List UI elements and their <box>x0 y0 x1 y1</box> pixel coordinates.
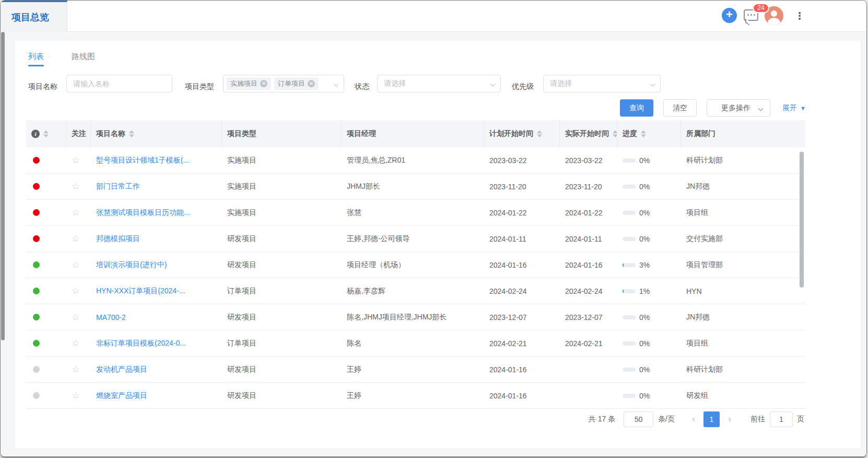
progress-label: 1% <box>639 287 650 295</box>
table-row: ☆培训演示项目(进行中)研发项目项目经理（机场）2024-01-162024-0… <box>26 252 805 278</box>
project-name-link[interactable]: 张慧测试项目模板日历功能... <box>96 208 190 217</box>
status-cell <box>26 330 66 356</box>
progress-label: 0% <box>639 365 650 374</box>
project-name-link[interactable]: 部门日常工作 <box>96 182 140 191</box>
status-dot <box>33 261 40 268</box>
star-icon[interactable]: ☆ <box>72 156 79 165</box>
star-icon[interactable]: ☆ <box>72 287 79 295</box>
actual-start-cell: 2023-12-07 <box>560 304 617 330</box>
project-name-input[interactable] <box>66 75 172 93</box>
project-name-cell: 发动机产品项目 <box>91 357 222 382</box>
project-type-cell: 研发项目 <box>222 383 342 408</box>
project-name-link[interactable]: 非标订单项目模板(2024-0... <box>96 339 186 348</box>
project-name-link[interactable]: HYN-XXX订单项目(2024-... <box>96 287 185 296</box>
department-cell: 项目组 <box>681 200 805 225</box>
expand-link[interactable]: 展开 ▼ <box>782 104 806 113</box>
star-icon[interactable]: ☆ <box>72 234 79 243</box>
type-tag-2: 订单项目 ✕ <box>274 77 319 90</box>
follow-cell: ☆ <box>66 200 91 225</box>
table-scrollbar[interactable] <box>800 152 804 288</box>
search-button[interactable]: 查询 <box>620 99 653 117</box>
progress-bar <box>623 289 636 293</box>
plan-start-cell: 2024-02-21 <box>484 330 560 356</box>
sort-control[interactable] <box>129 130 134 138</box>
next-page-button[interactable]: › <box>722 411 737 427</box>
sort-control[interactable] <box>613 130 617 138</box>
project-name-link[interactable]: 型号项目设计领域1子模板(... <box>96 156 189 165</box>
progress-cell: 3% <box>617 252 681 278</box>
star-icon[interactable]: ☆ <box>72 313 79 322</box>
window-tab-project-overview[interactable]: 项目总览 <box>1 1 67 32</box>
department-cell: 科研计划部 <box>681 147 805 173</box>
project-name-link[interactable]: 培训演示项目(进行中) <box>96 260 167 270</box>
page-scrollbar[interactable] <box>1 32 5 340</box>
star-icon[interactable]: ☆ <box>72 339 79 348</box>
project-name-link[interactable]: 邦德模拟项目 <box>96 234 140 244</box>
progress-label: 0% <box>639 339 650 348</box>
project-name-cell: 邦德模拟项目 <box>91 226 222 251</box>
sort-control[interactable] <box>641 130 646 138</box>
follow-cell: ☆ <box>66 278 91 304</box>
plan-start-cell: 2024-01-16 <box>484 383 560 408</box>
progress-cell: 0% <box>617 147 681 173</box>
progress-label: 0% <box>639 156 650 165</box>
progress-cell: 0% <box>617 357 681 382</box>
more-actions-button[interactable]: 更多操作 <box>707 99 770 117</box>
actual-start-cell: 2024-02-24 <box>560 278 617 304</box>
plan-start-cell: 2023-03-22 <box>484 147 560 173</box>
actual-start-cell: 2023-03-22 <box>560 147 617 173</box>
status-cell <box>26 304 66 330</box>
clear-button[interactable]: 清空 <box>663 99 697 117</box>
table-body: ☆型号项目设计领域1子模板(...实施项目管理员,焦总,ZR012023-03-… <box>26 147 805 409</box>
tab-list[interactable]: 列表 <box>28 52 44 62</box>
priority-label: 优先级 <box>512 78 534 95</box>
star-icon[interactable]: ☆ <box>72 208 79 217</box>
add-button[interactable]: + <box>722 8 737 23</box>
project-type-select[interactable]: 实施项目 ✕ 订单项目 ✕ <box>223 75 344 93</box>
actual-start-cell <box>560 383 617 408</box>
status-select[interactable]: 请选择 <box>377 75 501 93</box>
project-name-link[interactable]: MA700-2 <box>96 313 126 322</box>
actual-start-cell: 2024-02-21 <box>560 330 617 356</box>
project-name-link[interactable]: 发动机产品项目 <box>96 365 147 374</box>
manager-cell: JHMJ部长 <box>342 174 484 199</box>
project-type-cell: 订单项目 <box>222 330 342 356</box>
project-name-link[interactable]: 燃烧室产品项目 <box>96 391 147 400</box>
project-type-cell: 实施项目 <box>222 147 342 173</box>
prev-page-button[interactable]: ‹ <box>686 411 701 427</box>
star-icon[interactable]: ☆ <box>72 260 79 269</box>
priority-select[interactable]: 请选择 <box>543 75 661 93</box>
page-size-input[interactable] <box>624 411 653 427</box>
star-icon[interactable]: ☆ <box>72 365 79 374</box>
more-menu-icon[interactable]: ⋮ <box>794 10 805 24</box>
progress-label: 0% <box>639 209 650 217</box>
sort-control[interactable] <box>43 130 49 138</box>
header-plan-start: 计划开始时间 <box>484 120 560 147</box>
page: 列表 路线图 项目名称 项目类型 实施项目 ✕ 订单项目 ✕ 状态 请选择 <box>1 32 866 456</box>
table-row: ☆非标订单项目模板(2024-0...订单项目陈名2024-02-212024-… <box>26 330 805 357</box>
status-dot <box>33 157 40 164</box>
progress-bar <box>623 211 636 215</box>
goto-page-input[interactable] <box>770 411 793 427</box>
tag-close-icon[interactable]: ✕ <box>260 80 267 87</box>
manager-cell: 王婷,邦德-公司领导 <box>342 226 484 251</box>
tab-roadmap[interactable]: 路线图 <box>72 52 95 62</box>
department-cell: 研发组 <box>681 383 805 408</box>
tag-close-icon[interactable]: ✕ <box>308 80 315 87</box>
status-dot <box>33 392 40 399</box>
manager-cell: 王婷 <box>342 357 484 382</box>
total-count: 共 17 条 <box>589 415 615 424</box>
table-row: ☆邦德模拟项目研发项目王婷,邦德-公司领导2024-01-112024-01-1… <box>26 226 805 252</box>
sort-control[interactable] <box>537 130 542 138</box>
progress-bar <box>623 341 636 346</box>
current-page-button[interactable]: 1 <box>703 411 720 427</box>
status-cell <box>26 278 66 304</box>
caret-down-icon: ▼ <box>800 105 806 111</box>
plan-start-cell: 2024-01-11 <box>484 226 560 251</box>
progress-bar <box>623 237 636 241</box>
progress-cell: 0% <box>617 330 681 356</box>
star-icon[interactable]: ☆ <box>72 182 79 191</box>
header-status: i <box>26 120 66 147</box>
progress-cell: 0% <box>617 304 681 330</box>
star-icon[interactable]: ☆ <box>72 391 79 400</box>
